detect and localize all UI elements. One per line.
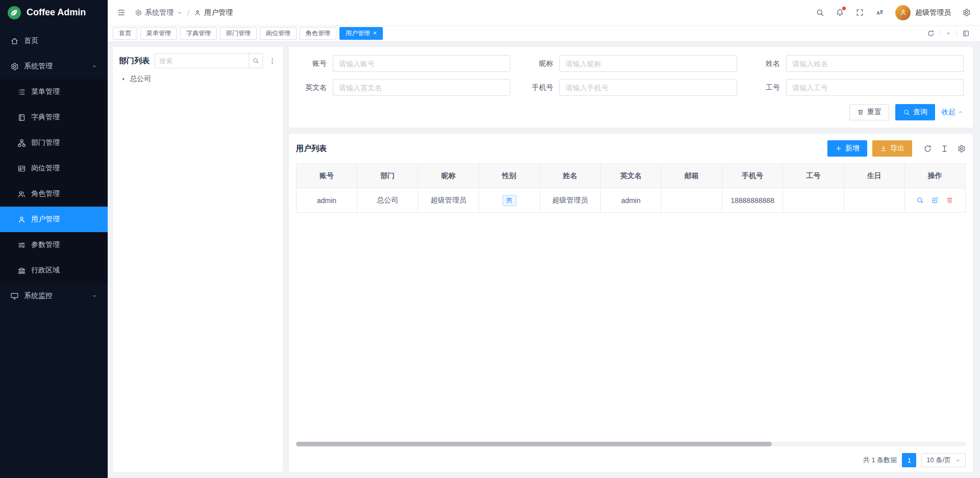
table-header-row: 账号 部门 昵称 性别 姓名 英文名 邮箱 手机号 工号 生日 操作 <box>297 164 966 188</box>
tab-user-mgmt[interactable]: 用户管理 × <box>339 27 383 40</box>
job-no-input[interactable] <box>786 79 964 96</box>
sidebar-item-menu-mgmt[interactable]: 菜单管理 <box>0 79 108 105</box>
sidebar-item-user-mgmt[interactable]: 用户管理 <box>0 207 108 232</box>
column-header-phone: 手机号 <box>722 164 783 188</box>
gear-icon <box>135 9 142 16</box>
id-badge-icon <box>17 164 26 173</box>
breadcrumb-system[interactable]: 系统管理 <box>135 8 183 17</box>
account-input[interactable] <box>333 55 510 72</box>
settings-gear-icon[interactable] <box>962 8 971 17</box>
column-header-name: 姓名 <box>540 164 600 188</box>
table-row[interactable]: admin 总公司 超级管理员 男 超级管理员 admin 1888888888… <box>297 188 966 213</box>
export-button[interactable]: 导出 <box>872 140 912 157</box>
translate-icon[interactable] <box>875 8 884 17</box>
breadcrumb-label: 用户管理 <box>204 8 233 17</box>
app-logo[interactable]: Coffee Admin <box>0 0 108 25</box>
query-button[interactable]: 查询 <box>895 104 935 120</box>
more-vertical-icon[interactable] <box>268 57 277 65</box>
chevron-up-icon <box>958 109 964 115</box>
cell-email <box>662 188 722 213</box>
tab-menu-mgmt[interactable]: 菜单管理 <box>140 27 177 40</box>
tab-home[interactable]: 首页 <box>113 27 137 40</box>
horizontal-scrollbar-thumb[interactable] <box>296 442 772 446</box>
tab-bar: 首页 菜单管理 字典管理 部门管理 岗位管理 角色管理 用户管理 × <box>108 25 980 42</box>
nickname-input[interactable] <box>559 55 737 72</box>
search-form-card: 账号 昵称 姓名 英文名 <box>289 47 973 128</box>
coffee-logo-icon <box>7 6 21 20</box>
sidebar-item-label: 部门管理 <box>31 138 60 147</box>
edit-icon[interactable] <box>931 196 939 204</box>
tab-dept-mgmt[interactable]: 部门管理 <box>220 27 257 40</box>
department-search-button[interactable] <box>249 53 263 68</box>
row-height-icon[interactable] <box>940 144 949 153</box>
tree-caret-icon[interactable] <box>121 77 126 82</box>
field-job-no: 工号 <box>751 79 964 96</box>
reset-button[interactable]: 重置 <box>849 104 889 120</box>
name-input[interactable] <box>786 55 964 72</box>
page-content: 部门列表 总公司 账号 <box>108 42 980 478</box>
phone-input[interactable] <box>559 79 737 96</box>
app-title: Coffee Admin <box>27 7 86 18</box>
total-count-text: 共 1 条数据 <box>863 456 897 465</box>
reset-button-label: 重置 <box>867 108 881 117</box>
refresh-icon[interactable] <box>923 144 932 153</box>
gear-icon <box>10 62 19 71</box>
sidebar-item-role-mgmt[interactable]: 角色管理 <box>0 181 108 207</box>
tab-post-mgmt[interactable]: 岗位管理 <box>260 27 297 40</box>
column-settings-gear-icon[interactable] <box>957 144 966 153</box>
table-empty-space <box>296 213 966 441</box>
tree-node-label: 总公司 <box>130 74 151 84</box>
search-icon[interactable] <box>816 8 824 17</box>
tab-label: 菜单管理 <box>146 29 171 38</box>
sidebar-item-label: 行政区域 <box>31 266 60 275</box>
cell-birthday <box>844 188 904 213</box>
search-icon <box>903 109 910 116</box>
layout-icon[interactable] <box>957 30 975 37</box>
bell-icon[interactable] <box>836 8 844 17</box>
user-menu[interactable]: 超级管理员 <box>895 5 951 20</box>
page-size-select[interactable]: 10 条/页 <box>921 453 966 467</box>
add-user-button[interactable]: 新增 <box>827 140 867 157</box>
sidebar-item-dept-mgmt[interactable]: 部门管理 <box>0 130 108 156</box>
column-header-actions: 操作 <box>904 164 965 188</box>
field-label: 手机号 <box>525 83 553 92</box>
sidebar-item-dict-mgmt[interactable]: 字典管理 <box>0 105 108 130</box>
chevron-down-icon[interactable] <box>940 30 957 36</box>
collapse-link[interactable]: 收起 <box>941 108 964 117</box>
chevron-down-icon <box>91 293 97 299</box>
menu-fold-icon[interactable] <box>117 8 126 17</box>
avatar[interactable] <box>895 5 911 20</box>
tree-node-root[interactable]: 总公司 <box>119 74 277 84</box>
users-icon <box>17 190 26 198</box>
user-list-header: 用户列表 新增 导出 <box>296 134 966 163</box>
fullscreen-icon[interactable] <box>855 8 864 17</box>
sidebar: Coffee Admin 首页 系统管理 菜单管理 字典管理 <box>0 0 108 478</box>
field-label: 英文名 <box>298 83 327 92</box>
sidebar-item-monitor[interactable]: 系统监控 <box>0 283 108 309</box>
field-label: 工号 <box>751 83 780 92</box>
tab-role-mgmt[interactable]: 角色管理 <box>300 27 336 40</box>
view-magnifier-icon[interactable] <box>916 196 924 204</box>
refresh-icon[interactable] <box>922 30 940 37</box>
en-name-input[interactable] <box>333 79 510 96</box>
sidebar-item-home[interactable]: 首页 <box>0 28 108 54</box>
query-button-label: 查询 <box>913 108 927 117</box>
sidebar-item-param-mgmt[interactable]: 参数管理 <box>0 232 108 258</box>
cell-actions <box>904 188 965 213</box>
sidebar-item-label: 参数管理 <box>31 240 60 249</box>
close-icon[interactable]: × <box>373 30 377 36</box>
delete-trash-icon[interactable] <box>946 196 953 204</box>
sidebar-item-system[interactable]: 系统管理 <box>0 54 108 79</box>
sidebar-item-post-mgmt[interactable]: 岗位管理 <box>0 156 108 181</box>
sidebar-item-label: 字典管理 <box>31 113 60 122</box>
department-search-input[interactable] <box>155 53 249 68</box>
sidebar-item-label: 系统管理 <box>24 62 53 71</box>
cell-account: admin <box>297 188 357 213</box>
person-icon <box>17 215 26 224</box>
sidebar-item-region-mgmt[interactable]: 行政区域 <box>0 258 108 283</box>
page-number-button[interactable]: 1 <box>902 453 916 467</box>
collapse-link-label: 收起 <box>941 108 955 117</box>
breadcrumb-separator: / <box>187 9 189 17</box>
export-button-label: 导出 <box>890 144 904 153</box>
tab-dict-mgmt[interactable]: 字典管理 <box>180 27 217 40</box>
